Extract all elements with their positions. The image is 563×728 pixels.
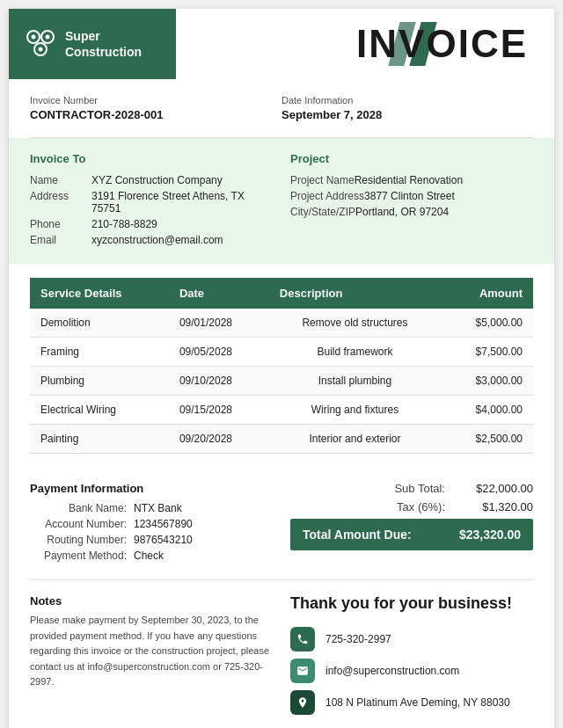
- tax-row: Tax (6%): $1,320.00: [290, 500, 533, 513]
- amount-cell: $7,500.00: [441, 338, 533, 367]
- project-address-value: 3877 Clinton Street: [364, 190, 455, 202]
- total-amount-box: Total Amount Due: $23,320.00: [290, 519, 533, 550]
- bank-name-label: Bank Name:: [30, 502, 127, 514]
- svg-point-3: [32, 35, 36, 40]
- client-phone-label: Phone: [30, 218, 91, 230]
- description-cell: Remove old structures: [269, 309, 441, 338]
- client-name-label: Name: [30, 174, 91, 186]
- bank-name-row: Bank Name: NTX Bank: [30, 502, 273, 514]
- notes-text: Please make payment by September 30, 202…: [30, 613, 273, 690]
- invoice-container: Super Construction INVOICE Invoice Numbe…: [9, 9, 554, 728]
- payment-method-value: Check: [134, 550, 164, 562]
- client-name-row: Name XYZ Construction Company: [30, 174, 273, 186]
- contact-address-row: 108 N Platinum Ave Deming, NY 88030: [290, 690, 510, 715]
- contact-address-value: 108 N Platinum Ave Deming, NY 88030: [325, 696, 510, 709]
- client-name-value: XYZ Construction Company: [91, 174, 223, 186]
- project-col: Project Project Name Residential Renovat…: [290, 152, 533, 250]
- date-cell: 09/10/2028: [169, 367, 269, 396]
- col-amount: Amount: [441, 278, 533, 309]
- project-address-label: Project Address: [290, 190, 364, 202]
- total-amount-value: $23,320.00: [459, 528, 521, 542]
- bottom-section: Payment Information Bank Name: NTX Bank …: [9, 468, 554, 579]
- date-cell: 09/01/2028: [169, 309, 269, 338]
- client-address-row: Address 3191 Florence Street Athens, TX …: [30, 190, 273, 215]
- client-phone-value: 210-788-8829: [91, 218, 157, 230]
- contact-email-value: info@superconstruction.com: [325, 665, 459, 677]
- account-number-value: 1234567890: [134, 518, 193, 530]
- invoice-date-value: September 7, 2028: [282, 108, 533, 121]
- project-name-row: Project Name Residential Renovation: [290, 174, 533, 186]
- table-row: Demolition 09/01/2028 Remove old structu…: [30, 309, 533, 338]
- project-name-label: Project Name: [290, 174, 355, 186]
- company-branding: Super Construction: [9, 9, 176, 79]
- description-cell: Build framework: [269, 338, 441, 367]
- thankyou-col: Thank you for your business! 725-320-299…: [290, 594, 533, 715]
- phone-icon: [290, 627, 315, 652]
- project-heading: Project: [290, 152, 533, 165]
- invoice-title: INVOICE: [356, 22, 528, 66]
- payment-method-row: Payment Method: Check: [30, 550, 273, 562]
- invoice-number-label: Invoice Number: [30, 95, 282, 106]
- table-row: Plumbing 09/10/2028 Install plumbing $3,…: [30, 367, 533, 396]
- project-address-row: Project Address 3877 Clinton Street: [290, 190, 533, 202]
- services-table-section: Service Details Date Description Amount …: [9, 264, 554, 468]
- notes-heading: Notes: [30, 594, 273, 608]
- client-address-label: Address: [30, 190, 91, 215]
- svg-point-5: [39, 47, 43, 52]
- tax-label: Tax (6%):: [375, 500, 445, 513]
- invoice-number-col: Invoice Number CONTRACTOR-2028-001: [30, 95, 282, 121]
- col-service: Service Details: [30, 278, 169, 309]
- amount-cell: $2,500.00: [441, 425, 533, 454]
- date-cell: 09/20/2028: [169, 425, 269, 454]
- client-email-value: xyzconstruction@email.com: [91, 234, 223, 246]
- invoice-to-col: Invoice To Name XYZ Construction Company…: [30, 152, 273, 250]
- description-cell: Wiring and fixtures: [269, 396, 441, 425]
- description-cell: Install plumbing: [269, 367, 441, 396]
- services-table: Service Details Date Description Amount …: [30, 278, 533, 454]
- col-description: Description: [269, 278, 441, 309]
- client-email-row: Email xyzconstruction@email.com: [30, 234, 273, 246]
- amount-cell: $5,000.00: [441, 309, 533, 338]
- subtotal-row: Sub Total: $22,000.00: [290, 482, 533, 495]
- client-phone-row: Phone 210-788-8829: [30, 218, 273, 230]
- contact-email-row: info@superconstruction.com: [290, 659, 459, 683]
- service-cell: Demolition: [30, 309, 169, 338]
- notes-section: Notes Please make payment by September 3…: [9, 580, 554, 728]
- subtotal-label: Sub Total:: [375, 482, 445, 495]
- service-cell: Plumbing: [30, 367, 169, 396]
- invoice-date-col: Date Information September 7, 2028: [282, 95, 533, 121]
- date-cell: 09/05/2028: [169, 338, 269, 367]
- date-cell: 09/15/2028: [169, 396, 269, 425]
- table-row: Painting 09/20/2028 Interior and exterio…: [30, 425, 533, 454]
- routing-number-row: Routing Number: 9876543210: [30, 534, 273, 546]
- routing-number-value: 9876543210: [134, 534, 193, 546]
- col-date: Date: [169, 278, 269, 309]
- payment-heading: Payment Information: [30, 482, 273, 495]
- tax-value: $1,320.00: [463, 500, 533, 513]
- invoice-header: Super Construction INVOICE: [9, 9, 554, 79]
- description-cell: Interior and exterior: [269, 425, 441, 454]
- contact-phone-row: 725-320-2997: [290, 627, 391, 652]
- company-logo-icon: [25, 28, 56, 60]
- amount-cell: $4,000.00: [441, 396, 533, 425]
- email-icon: [290, 659, 315, 683]
- project-citystate-label: City/State/ZIP: [290, 206, 355, 218]
- client-address-value: 3191 Florence Street Athens, TX 75751: [91, 190, 273, 215]
- table-row: Framing 09/05/2028 Build framework $7,50…: [30, 338, 533, 367]
- company-name: Super Construction: [65, 28, 142, 60]
- project-name-value: Residential Renovation: [355, 174, 463, 186]
- payment-info: Payment Information Bank Name: NTX Bank …: [30, 482, 273, 565]
- table-row: Electrical Wiring 09/15/2028 Wiring and …: [30, 396, 533, 425]
- payment-method-label: Payment Method:: [30, 550, 127, 562]
- subtotal-value: $22,000.00: [463, 482, 533, 495]
- invoice-number-value: CONTRACTOR-2028-001: [30, 108, 282, 121]
- info-section: Invoice To Name XYZ Construction Company…: [9, 138, 554, 264]
- invoice-date-label: Date Information: [282, 95, 533, 106]
- svg-point-4: [46, 35, 50, 40]
- account-number-row: Account Number: 1234567890: [30, 518, 273, 530]
- header-right: INVOICE: [176, 22, 554, 66]
- invoice-to-heading: Invoice To: [30, 152, 273, 165]
- service-cell: Framing: [30, 338, 169, 367]
- routing-number-label: Routing Number:: [30, 534, 127, 546]
- total-amount-label: Total Amount Due:: [303, 528, 412, 542]
